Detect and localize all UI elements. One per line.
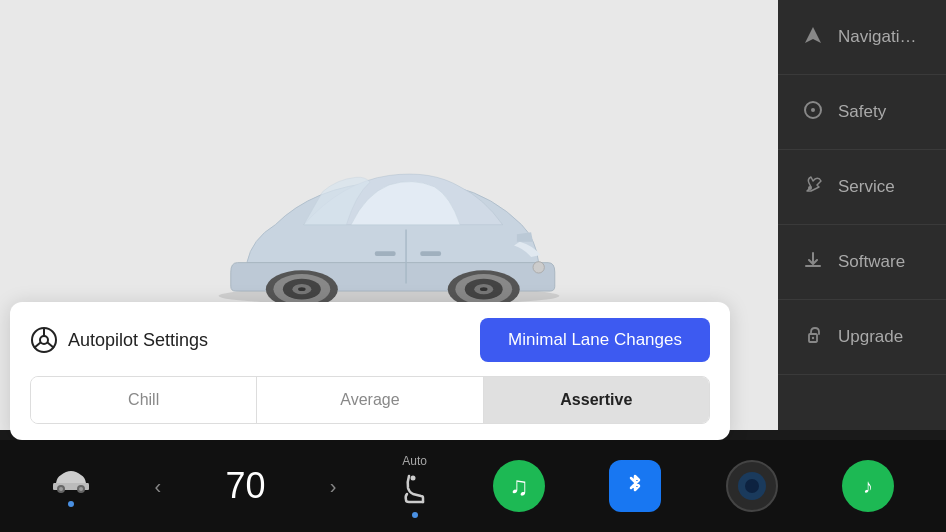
svg-point-5: [480, 287, 488, 291]
car-icon: [52, 465, 90, 493]
mode-selector: Chill Average Assertive: [30, 376, 710, 424]
taskbar: ‹ 70 › Auto ♫: [0, 440, 946, 532]
camera-lens-inner: [745, 479, 759, 493]
safety-label: Safety: [838, 102, 886, 122]
sidebar: Navigati… Safety Service Software: [778, 0, 946, 430]
sidebar-item-safety[interactable]: Safety: [778, 75, 946, 150]
bluetooth-item[interactable]: [609, 460, 661, 512]
steering-wheel-icon: [30, 326, 58, 354]
bluetooth-button[interactable]: [609, 460, 661, 512]
minimal-lane-changes-button[interactable]: Minimal Lane Changes: [480, 318, 710, 362]
svg-point-23: [808, 186, 812, 190]
spotify-icon: ♫: [509, 471, 529, 502]
software-icon: [802, 250, 824, 275]
speed-value: 70: [225, 465, 265, 507]
climate-item[interactable]: Auto: [401, 454, 429, 518]
camera-item[interactable]: [726, 460, 778, 512]
navigation-label: Navigati…: [838, 27, 916, 47]
car-illustration: [179, 130, 599, 310]
sidebar-item-software[interactable]: Software: [778, 225, 946, 300]
speed-next-button[interactable]: ›: [330, 475, 337, 498]
auto-label: Auto: [402, 454, 427, 468]
spotify-item[interactable]: ♫: [493, 460, 545, 512]
camera-button[interactable]: [726, 460, 778, 512]
seat-icon: [401, 474, 429, 504]
taskbar-car-item[interactable]: [52, 465, 90, 507]
sidebar-item-service[interactable]: Service: [778, 150, 946, 225]
extra-app-icon: ♪: [863, 475, 873, 498]
software-label: Software: [838, 252, 905, 272]
svg-marker-20: [805, 27, 821, 43]
svg-point-22: [811, 108, 815, 112]
prev-arrow-icon: ‹: [154, 475, 161, 498]
extra-app-button[interactable]: ♪: [842, 460, 894, 512]
svg-point-29: [79, 487, 83, 491]
svg-line-19: [48, 343, 55, 349]
upgrade-label: Upgrade: [838, 327, 903, 347]
svg-rect-12: [375, 251, 396, 256]
climate-active-dot: [412, 512, 418, 518]
camera-lens-outer: [738, 472, 766, 500]
autopilot-panel: Autopilot Settings Minimal Lane Changes …: [10, 302, 730, 440]
svg-line-18: [34, 343, 41, 349]
svg-point-30: [410, 476, 415, 481]
average-mode-button[interactable]: Average: [257, 377, 483, 423]
svg-point-16: [40, 336, 48, 344]
autopilot-header: Autopilot Settings Minimal Lane Changes: [30, 318, 710, 362]
extra-app-item[interactable]: ♪: [842, 460, 894, 512]
next-arrow-icon: ›: [330, 475, 337, 498]
svg-point-25: [812, 336, 814, 338]
navigation-icon: [802, 25, 824, 50]
safety-icon: [802, 100, 824, 125]
service-label: Service: [838, 177, 895, 197]
speed-display: 70: [225, 465, 265, 507]
service-icon: [802, 175, 824, 200]
svg-rect-13: [420, 251, 441, 256]
car-active-dot: [68, 501, 74, 507]
sidebar-item-navigation[interactable]: Navigati…: [778, 0, 946, 75]
spotify-button[interactable]: ♫: [493, 460, 545, 512]
autopilot-title: Autopilot Settings: [30, 326, 208, 354]
svg-point-14: [533, 262, 544, 273]
speed-prev-button[interactable]: ‹: [154, 475, 161, 498]
bluetooth-icon: [624, 472, 646, 500]
svg-point-27: [59, 487, 63, 491]
sidebar-item-upgrade[interactable]: Upgrade: [778, 300, 946, 375]
chill-mode-button[interactable]: Chill: [31, 377, 257, 423]
autopilot-title-text: Autopilot Settings: [68, 330, 208, 351]
assertive-mode-button[interactable]: Assertive: [484, 377, 709, 423]
svg-point-10: [298, 287, 306, 291]
upgrade-icon: [802, 325, 824, 350]
